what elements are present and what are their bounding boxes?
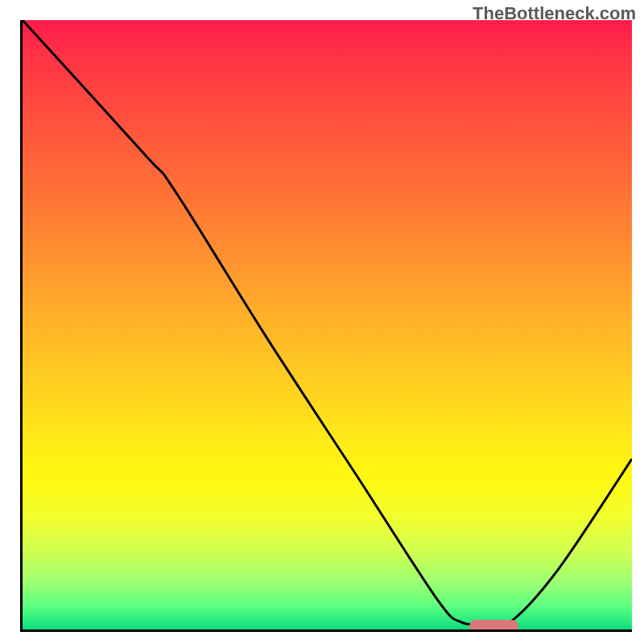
chart-optimal-marker: [469, 620, 518, 632]
watermark-text: TheBottleneck.com: [473, 3, 636, 24]
chart-container: [20, 20, 632, 632]
chart-curve-line: [23, 20, 632, 626]
chart-curve-svg: [23, 20, 632, 630]
